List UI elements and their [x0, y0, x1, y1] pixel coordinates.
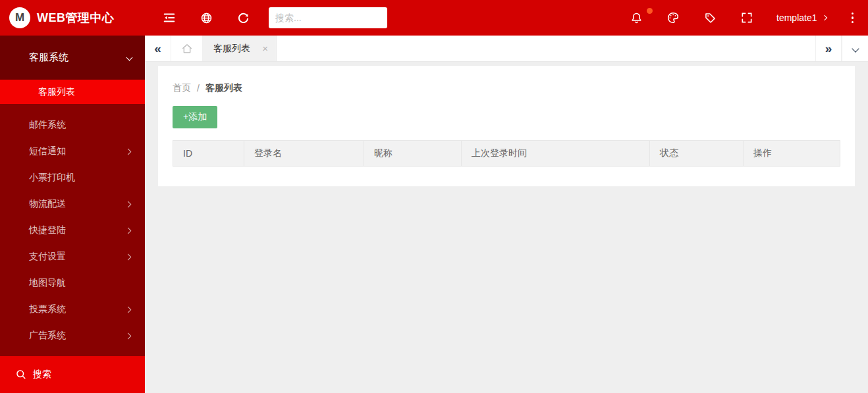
search-input[interactable]	[269, 7, 387, 28]
chevron-right-icon	[821, 15, 827, 20]
sidebar-item-mail-system[interactable]: 邮件系统	[0, 112, 145, 138]
content-area: 首页 / 客服列表 +添加 ID 登录名	[145, 62, 868, 393]
column-header-login: 登录名	[244, 141, 364, 167]
sidebar-item-label: 物流配送	[29, 198, 66, 210]
more-vertical-icon[interactable]	[849, 10, 857, 26]
palette-icon[interactable]	[666, 11, 680, 25]
add-button[interactable]: +添加	[173, 106, 217, 128]
search-icon	[14, 368, 28, 381]
sidebar-item-label: 邮件系统	[29, 119, 66, 131]
globe-icon[interactable]	[199, 11, 213, 25]
breadcrumb: 首页 / 客服列表	[173, 82, 840, 94]
sidebar-search-label: 搜索	[33, 369, 51, 380]
chevron-right-icon	[125, 201, 132, 207]
sidebar-item-map-navigation[interactable]: 地图导航	[0, 270, 145, 296]
tab-label: 客服列表	[213, 43, 250, 55]
chevron-right-icon	[125, 253, 132, 260]
breadcrumb-home-link[interactable]: 首页	[173, 82, 191, 94]
tab-customer-service-list[interactable]: 客服列表 ×	[203, 36, 277, 61]
logo-m-icon: M	[9, 7, 30, 28]
table-header-row: ID 登录名 昵称 上次登录时间 状态 操作	[173, 141, 840, 167]
sidebar-item-label: 支付设置	[29, 251, 66, 263]
content-panel: 首页 / 客服列表 +添加 ID 登录名	[158, 66, 855, 186]
tag-icon[interactable]	[703, 11, 717, 25]
template-switcher[interactable]: template1	[776, 13, 826, 23]
topbar-search	[269, 7, 387, 28]
bell-icon[interactable]	[629, 11, 643, 25]
sidebar-item-customer-service-list-active[interactable]: 客服列表	[0, 80, 145, 104]
chevron-right-icon	[125, 306, 132, 313]
chevron-down-icon	[852, 45, 859, 52]
sidebar-item-ad-system[interactable]: 广告系统	[0, 323, 145, 349]
chevron-right-icon	[125, 148, 132, 155]
tabs-scroll-left-button[interactable]: «	[145, 36, 171, 61]
column-header-status: 状态	[650, 141, 744, 167]
topbar-left-icons	[162, 11, 250, 25]
tabs-menu-button[interactable]	[842, 36, 868, 61]
column-header-last-login: 上次登录时间	[462, 141, 650, 167]
breadcrumb-separator: /	[197, 83, 200, 93]
topbar: M WEB管理中心	[0, 0, 868, 36]
main-area: « 客服列表 × »	[145, 36, 868, 393]
customer-service-table: ID 登录名 昵称 上次登录时间 状态 操作	[173, 140, 840, 167]
sidebar-nav: 邮件系统 短信通知 小票打印机 物流配送 快捷登陆	[0, 104, 145, 356]
app-title: WEB管理中心	[37, 10, 115, 26]
sidebar-item-receipt-printer[interactable]: 小票打印机	[0, 165, 145, 191]
sidebar-item-sms-notify[interactable]: 短信通知	[0, 138, 145, 165]
sidebar-item-logistics[interactable]: 物流配送	[0, 191, 145, 217]
sidebar-item-label: 投票系统	[29, 303, 66, 315]
chevron-right-icon	[125, 227, 132, 234]
sidebar-active-label: 客服列表	[38, 86, 75, 98]
fullscreen-icon[interactable]	[740, 11, 754, 25]
breadcrumb-current: 客服列表	[205, 82, 242, 94]
menu-fold-icon[interactable]	[162, 11, 176, 25]
column-header-id: ID	[173, 141, 244, 167]
logo: M WEB管理中心	[0, 0, 145, 36]
sidebar-item-payment-settings[interactable]: 支付设置	[0, 244, 145, 270]
column-header-actions: 操作	[744, 141, 840, 167]
tabs-scroll-right-button[interactable]: »	[815, 36, 842, 61]
notification-dot	[647, 8, 653, 14]
sidebar-item-label: 小票打印机	[29, 172, 75, 184]
sidebar-item-voting-system[interactable]: 投票系统	[0, 296, 145, 323]
sidebar: 客服系统 客服列表 邮件系统 短信通知 小票打印机	[0, 36, 145, 393]
close-icon[interactable]: ×	[262, 43, 268, 53]
sidebar-item-label: 快捷登陆	[29, 224, 66, 236]
sidebar-item-label: 广告系统	[29, 330, 66, 342]
tab-strip: « 客服列表 × »	[145, 36, 868, 62]
refresh-icon[interactable]	[236, 11, 250, 25]
home-tab-icon[interactable]	[171, 36, 203, 61]
chevron-right-icon	[125, 332, 132, 339]
column-header-nickname: 昵称	[364, 141, 462, 167]
template-switcher-label: template1	[776, 13, 817, 23]
sidebar-item-label: 短信通知	[29, 145, 66, 157]
chevron-down-icon	[126, 55, 133, 61]
sidebar-item-label: 地图导航	[29, 277, 66, 289]
tabstrip-spacer	[277, 36, 815, 61]
sidebar-item-customer-service-system[interactable]: 客服系统	[0, 36, 145, 80]
sidebar-search-button[interactable]: 搜索	[0, 356, 145, 393]
admin-app: M WEB管理中心	[0, 0, 868, 393]
sidebar-item-quick-login[interactable]: 快捷登陆	[0, 217, 145, 244]
sidebar-parent-label: 客服系统	[29, 51, 68, 64]
topbar-right-icons: template1	[629, 10, 868, 26]
